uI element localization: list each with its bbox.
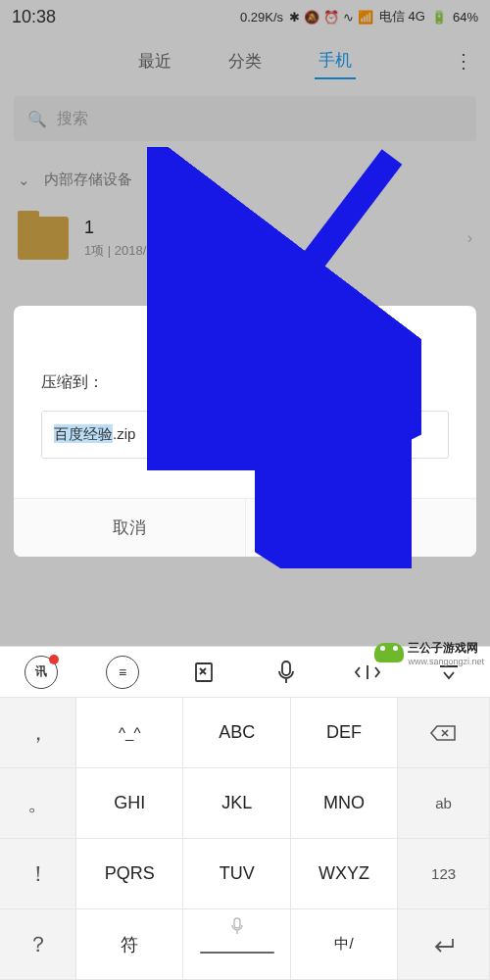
filename-input[interactable]: 百度经验.zip bbox=[41, 411, 449, 459]
key-exclaim[interactable]: ！ bbox=[0, 839, 76, 909]
filename-selected: 百度经验 bbox=[54, 424, 113, 443]
clipboard-icon[interactable] bbox=[187, 656, 220, 689]
ime-switch-icon[interactable]: 讯 bbox=[24, 656, 58, 689]
watermark-title: 三公子游戏网 bbox=[408, 641, 478, 655]
key-symbols[interactable]: 符 bbox=[76, 909, 183, 980]
filename-ext: .zip bbox=[113, 425, 135, 442]
dialog-buttons: 取消 确定 bbox=[14, 498, 476, 557]
key-space[interactable] bbox=[183, 909, 290, 980]
space-mic-icon bbox=[230, 917, 244, 940]
keyboard: 讯 ≡ ， ^_^ ABC DEF 。 GHI JKL MNO ab ！ PQR… bbox=[0, 646, 490, 980]
key-def[interactable]: DEF bbox=[291, 698, 398, 768]
key-mno[interactable]: MNO bbox=[291, 768, 398, 839]
key-lang[interactable]: 中/ bbox=[291, 909, 398, 980]
key-ghi[interactable]: GHI bbox=[76, 768, 183, 839]
key-mode-ab[interactable]: ab bbox=[398, 768, 490, 839]
key-pqrs[interactable]: PQRS bbox=[76, 839, 183, 909]
cancel-button[interactable]: 取消 bbox=[14, 499, 246, 557]
key-question[interactable]: ？ bbox=[0, 909, 76, 980]
message-icon[interactable]: ≡ bbox=[106, 656, 139, 689]
dialog-title: 压缩 bbox=[14, 306, 476, 367]
svg-rect-5 bbox=[282, 662, 290, 675]
key-period[interactable]: 。 bbox=[0, 768, 76, 839]
key-face[interactable]: ^_^ bbox=[76, 698, 183, 768]
key-jkl[interactable]: JKL bbox=[183, 768, 290, 839]
key-abc[interactable]: ABC bbox=[183, 698, 290, 768]
dialog-label: 压缩到： bbox=[14, 367, 476, 411]
watermark-icon bbox=[374, 643, 404, 662]
watermark-url: www.sangongzi.net bbox=[408, 657, 484, 666]
microphone-icon[interactable] bbox=[270, 656, 303, 689]
confirm-button[interactable]: 确定 bbox=[246, 499, 477, 557]
key-comma[interactable]: ， bbox=[0, 698, 76, 768]
key-wxyz[interactable]: WXYZ bbox=[291, 839, 398, 909]
key-enter[interactable] bbox=[398, 909, 490, 980]
watermark: 三公子游戏网 www.sangongzi.net bbox=[374, 638, 484, 666]
keyboard-grid: ， ^_^ ABC DEF 。 GHI JKL MNO ab ！ PQRS TU… bbox=[0, 698, 490, 980]
svg-rect-6 bbox=[234, 918, 240, 928]
key-tuv[interactable]: TUV bbox=[183, 839, 290, 909]
key-backspace[interactable] bbox=[398, 698, 490, 768]
key-123[interactable]: 123 bbox=[398, 839, 490, 909]
space-bar-icon bbox=[200, 952, 274, 955]
compress-dialog: 压缩 压缩到： 百度经验.zip 取消 确定 bbox=[14, 306, 476, 557]
